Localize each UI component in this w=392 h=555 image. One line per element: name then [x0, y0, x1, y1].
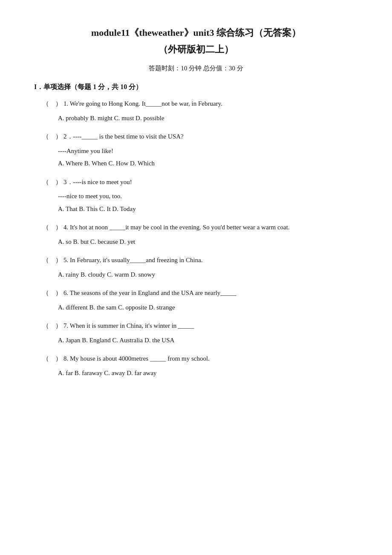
question-7: （ ）7. When it is summer in China, it's w…: [43, 321, 358, 346]
questions-container: （ ）1. We're going to Hong Kong. It_____n…: [34, 98, 358, 379]
bracket-4: （ ）: [43, 222, 62, 232]
question-line-6: （ ）6. The seasons of the year in England…: [43, 288, 358, 299]
bracket-8: （ ）: [43, 353, 62, 364]
bracket-2: （ ）: [43, 131, 62, 142]
page-title: module11《theweather》unit3 综合练习（无答案） （外研版…: [34, 26, 358, 56]
options-6: A. different B. the sam C. opposite D. s…: [58, 302, 358, 313]
question-4: （ ）4. It's hot at noon _____it may be co…: [43, 222, 358, 247]
question-8: （ ）8. My house is about 4000metres _____…: [43, 353, 358, 379]
question-line-1: （ ）1. We're going to Hong Kong. It_____n…: [43, 98, 358, 110]
question-line-4: （ ）4. It's hot at noon _____it may be co…: [43, 222, 358, 233]
options-4: A. so B. but C. because D. yet: [58, 237, 358, 248]
question-text-1: 1. We're going to Hong Kong. It_____not …: [63, 98, 358, 110]
question-line-3: （ ）3．----is nice to meet you!: [43, 177, 358, 188]
bracket-6: （ ）: [43, 288, 62, 298]
question-3: （ ）3．----is nice to meet you!----nice to…: [43, 177, 358, 215]
bracket-1: （ ）: [43, 98, 62, 109]
question-line-7: （ ）7. When it is summer in China, it's w…: [43, 321, 358, 332]
question-text-7: 7. When it is summer in China, it's wint…: [63, 321, 358, 332]
bracket-5: （ ）: [43, 255, 62, 265]
options-8: A. far B. faraway C. away D. far away: [58, 368, 358, 379]
options-3: A. That B. This C. It D. Today: [58, 204, 358, 215]
question-1: （ ）1. We're going to Hong Kong. It_____n…: [43, 98, 358, 124]
question-line-5: （ ）5. In February, it's usually_____and …: [43, 255, 358, 266]
question-line-8: （ ）8. My house is about 4000metres _____…: [43, 353, 358, 364]
question-6: （ ）6. The seasons of the year in England…: [43, 288, 358, 313]
options-2: A. Where B. When C. How D. Which: [58, 158, 358, 169]
question-text-4: 4. It's hot at noon _____it may be cool …: [63, 222, 358, 233]
question-sub-2: ----Anytime you like!: [58, 146, 358, 157]
question-sub-3: ----nice to meet you, too.: [58, 191, 358, 202]
options-7: A. Japan B. England C. Australia D. the …: [58, 335, 358, 346]
question-text-5: 5. In February, it's usually_____and fre…: [63, 255, 358, 266]
question-text-2: 2．----_____ is the best time to visit th…: [63, 131, 358, 142]
question-line-2: （ ）2．----_____ is the best time to visit…: [43, 131, 358, 142]
question-text-3: 3．----is nice to meet you!: [63, 177, 358, 188]
question-2: （ ）2．----_____ is the best time to visit…: [43, 131, 358, 169]
options-1: A. probably B. might C. must D. possible: [58, 113, 358, 124]
bracket-3: （ ）: [43, 177, 62, 187]
options-5: A. rainy B. cloudy C. warm D. snowy: [58, 269, 358, 280]
question-text-6: 6. The seasons of the year in England an…: [63, 288, 358, 299]
bracket-7: （ ）: [43, 321, 62, 331]
question-5: （ ）5. In February, it's usually_____and …: [43, 255, 358, 280]
question-text-8: 8. My house is about 4000metres _____ fr…: [63, 353, 358, 364]
section1-title: I．单项选择（每题 1 分，共 10 分）: [34, 83, 358, 92]
exam-info: 答题时刻：10 分钟 总分值：30 分: [34, 64, 358, 72]
